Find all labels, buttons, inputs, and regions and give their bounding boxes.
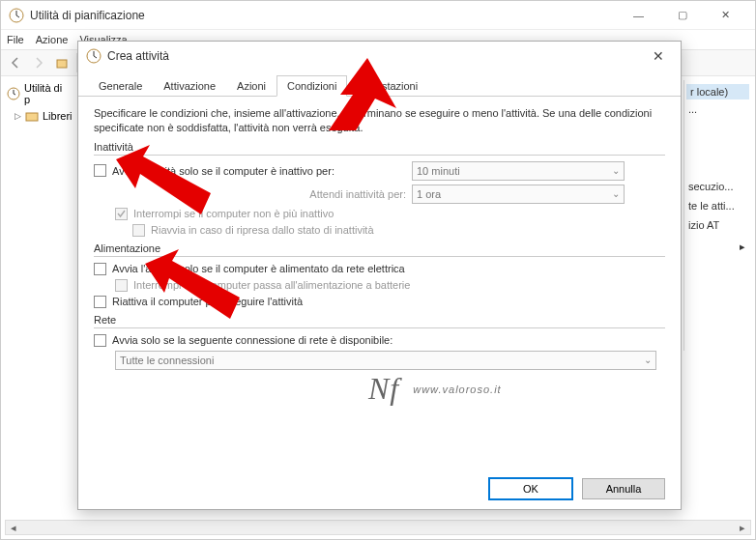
chevron-down-icon: ⌄	[644, 355, 652, 365]
cancel-button[interactable]: Annulla	[582, 478, 665, 499]
tree-lib-label: Libreri	[43, 110, 73, 122]
svg-marker-6	[329, 58, 396, 130]
maximize-button[interactable]: ▢	[660, 2, 704, 29]
forward-button[interactable]	[28, 52, 49, 73]
dialog-buttons: OK Annulla	[78, 469, 681, 509]
watermark: Nf www.valoroso.it	[368, 371, 502, 407]
chevron-down-icon: ⌄	[612, 165, 620, 176]
combo-network[interactable]: Tutte le connessioni ⌄	[115, 351, 656, 370]
task-icon	[86, 48, 102, 64]
menu-azione[interactable]: Azione	[36, 34, 69, 45]
combo-wait-duration[interactable]: 1 ora ⌄	[412, 185, 625, 204]
svg-rect-1	[57, 60, 67, 68]
close-button[interactable]: ✕	[704, 2, 747, 29]
window-controls: — ▢ ✕	[617, 2, 747, 29]
tree-panel: Utilità di p ▷ Libreri	[5, 80, 73, 516]
back-button[interactable]	[5, 52, 26, 73]
tree-root-label: Utilità di p	[24, 82, 71, 105]
menu-file[interactable]: File	[7, 34, 24, 45]
chevron-right-icon: ▷	[15, 111, 21, 121]
svg-marker-7	[116, 145, 211, 214]
horizontal-scrollbar[interactable]: ◂ ▸	[5, 520, 751, 535]
combo-idle-duration[interactable]: 10 minuti ⌄	[412, 161, 625, 181]
actions-panel: r locale) ... secuzio... te le atti... i…	[683, 80, 751, 351]
dialog-close-button[interactable]: ✕	[644, 44, 673, 68]
combo-wait-duration-value: 1 ora	[417, 188, 441, 200]
watermark-text: www.valoroso.it	[413, 384, 501, 395]
checkbox-network[interactable]	[94, 334, 106, 347]
minimize-button[interactable]: —	[617, 2, 660, 29]
tree-root[interactable]: Utilità di p	[5, 80, 73, 107]
svg-rect-4	[26, 113, 38, 121]
tab-attivazione[interactable]: Attivazione	[153, 75, 226, 97]
watermark-logo: Nf	[368, 371, 399, 407]
tab-generale[interactable]: Generale	[88, 75, 153, 97]
actions-item[interactable]: ...	[686, 99, 749, 119]
scroll-left-icon[interactable]: ◂	[6, 521, 21, 534]
actions-item[interactable]: izio AT	[686, 215, 749, 235]
clock-icon	[7, 87, 20, 100]
chevron-right-icon[interactable]: ▸	[686, 235, 749, 259]
combo-network-value: Tutte le connessioni	[120, 355, 214, 366]
actions-header: r locale)	[686, 84, 749, 99]
main-title: Utilità di pianificazione	[30, 9, 617, 22]
svg-marker-8	[145, 249, 240, 319]
actions-item[interactable]: te le atti...	[686, 196, 749, 215]
chevron-down-icon: ⌄	[612, 188, 620, 199]
annotation-arrow	[280, 58, 396, 155]
scroll-right-icon[interactable]: ▸	[735, 521, 750, 534]
label-network: Avvia solo se la seguente connessione di…	[112, 334, 393, 346]
annotation-arrow	[126, 230, 242, 327]
app-icon	[9, 8, 24, 23]
actions-item[interactable]: secuzio...	[686, 177, 749, 196]
ok-button[interactable]: OK	[489, 478, 572, 499]
folder-icon	[25, 109, 39, 123]
combo-idle-duration-value: 10 minuti	[417, 165, 460, 177]
tab-azioni[interactable]: Azioni	[226, 75, 276, 97]
checkbox-ac-power[interactable]	[94, 263, 106, 275]
annotation-arrow	[97, 126, 213, 222]
checkbox-wake[interactable]	[94, 296, 106, 308]
tree-lib[interactable]: ▷ Libreri	[5, 107, 73, 125]
main-titlebar: Utilità di pianificazione — ▢ ✕	[1, 1, 755, 30]
up-button[interactable]	[51, 52, 73, 73]
